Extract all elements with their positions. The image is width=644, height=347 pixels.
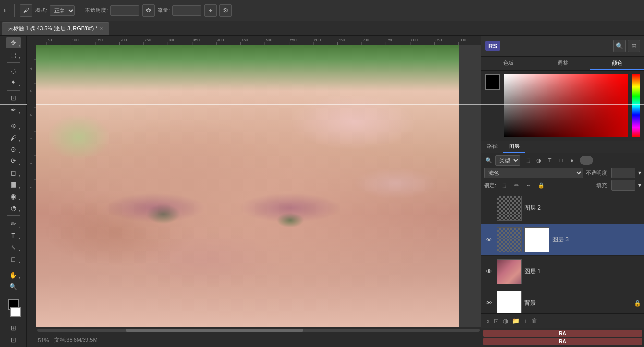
type-tool[interactable]: T▾ (6, 230, 21, 241)
lasso-tool[interactable]: ◌ (6, 65, 21, 76)
svg-text:700: 700 (363, 38, 369, 42)
window-expand-icon[interactable]: ⊞ (628, 40, 640, 52)
canvas-tab[interactable]: 未标题-1 @ 43.5% (图层 3, RGB/8#) * × (2, 22, 109, 35)
hand-tool[interactable]: ✋▾ (6, 270, 21, 280)
svg-text:900: 900 (460, 38, 466, 42)
heal-tool[interactable]: ⊕▾ (6, 120, 21, 131)
select-rect-tool[interactable]: ⬚▾ (6, 49, 21, 60)
layer-thumbnail (497, 227, 522, 252)
filter-toggle[interactable] (580, 156, 593, 165)
path-select-tool[interactable]: ↖▾ (6, 242, 21, 252)
layer-eye-toggle[interactable]: 👁 (484, 267, 494, 276)
screen-mode-tool[interactable]: ⊡ (6, 334, 21, 345)
eyedropper-tool[interactable]: ✒▾ (6, 105, 21, 115)
smoothing-icon[interactable]: ⌖ (204, 4, 217, 17)
tab-adjustments[interactable]: 调整 (535, 57, 590, 70)
svg-text:7: 7 (29, 137, 33, 140)
doc-size: 文档:38.6M/39.5M (54, 336, 97, 344)
layer-thumbnail (497, 291, 522, 314)
mode-select[interactable]: 正常 (50, 5, 75, 16)
svg-text:200: 200 (120, 38, 127, 42)
history-brush-tool[interactable]: ⟳▾ (6, 156, 21, 166)
add-mask-icon[interactable]: ⊡ (494, 317, 499, 324)
layer-item[interactable]: 👁 图层 3 (481, 224, 644, 256)
layer-opacity-input[interactable]: 41% (611, 168, 635, 178)
layers-bottom-icons: fx ⊡ ◑ 📁 + 🗑 (485, 317, 537, 324)
scrollbar-thumb[interactable] (126, 329, 303, 332)
right-panel: RS 🔍 ⊞ 色板 调整 颜色 路 (481, 36, 644, 347)
right-panel-header: RS 🔍 ⊞ (481, 36, 644, 57)
layer-pixel-icon[interactable]: ⬚ (523, 156, 533, 165)
layer-eye-toggle[interactable] (484, 203, 494, 213)
layers-list: 图层 2 👁 图层 3 👁 图层 1 👁 背景 (481, 192, 644, 313)
layer-item[interactable]: 图层 2 (481, 192, 644, 224)
lock-all-icon[interactable]: 🔒 (536, 180, 546, 190)
eraser-tool[interactable]: ◻▾ (6, 168, 21, 178)
layers-tab[interactable]: 图层 (503, 141, 525, 153)
layer-item[interactable]: 👁 图层 1 (481, 256, 644, 287)
layer-type-select[interactable]: 类型 (495, 155, 520, 166)
new-layer-icon[interactable]: + (523, 317, 527, 324)
toolbar-icon-brush[interactable]: 🖌 (20, 4, 32, 17)
fx-icon[interactable]: fx (485, 317, 490, 324)
layer-smart-icon[interactable]: ● (567, 156, 577, 165)
layer-shape-icon[interactable]: □ (556, 156, 566, 165)
background-color[interactable] (10, 307, 21, 317)
search-icon-btn[interactable]: 🔍 (613, 40, 626, 52)
settings-icon-2[interactable]: ⚙ (219, 4, 232, 17)
layer-name: 背景 (524, 299, 631, 307)
layer-eye-toggle[interactable]: 👁 (484, 235, 494, 245)
layer-text-icon[interactable]: T (545, 156, 555, 165)
folder-icon[interactable]: 📁 (512, 317, 520, 324)
foreground-color-swatch[interactable] (485, 74, 500, 90)
svg-text:800: 800 (411, 38, 418, 42)
svg-text:550: 550 (290, 38, 297, 42)
pen-tool[interactable]: ✏▾ (6, 218, 21, 229)
magic-wand-tool[interactable]: ✦▾ (6, 77, 21, 87)
airbrush-icon[interactable]: ✿ (142, 4, 155, 17)
blur-tool[interactable]: ◉▾ (6, 191, 21, 202)
scrollbar-track[interactable] (37, 329, 480, 332)
color-hue-strip[interactable] (632, 74, 640, 137)
color-gradient-picker[interactable] (504, 74, 628, 137)
lock-pos-icon[interactable]: ✏ (511, 180, 521, 190)
fill-input[interactable]: 100% (611, 180, 635, 191)
path-tab[interactable]: 路径 (481, 141, 503, 153)
ra-badges: RA RA (481, 328, 644, 347)
tab-color[interactable]: 颜色 (590, 57, 644, 70)
main-area: ✥▾ ⬚▾ ◌ ✦▾ ⊡ ✒▾ ⊕▾ 🖌▾ ⊙▾ ⟳▾ ◻▾ ▦▾ ◉▾ ◔▾ … (0, 36, 644, 347)
tab-close-btn[interactable]: × (100, 26, 103, 31)
move-tool[interactable]: ✥▾ (6, 37, 21, 48)
quick-mask-tool[interactable]: ⊞ (6, 323, 21, 333)
layer-name: 图层 2 (524, 204, 641, 212)
gradient-tool[interactable]: ▦▾ (6, 179, 21, 190)
dodge-tool[interactable]: ◔▾ (6, 203, 21, 213)
svg-text:750: 750 (387, 38, 393, 42)
clone-tool[interactable]: ⊙▾ (6, 144, 21, 155)
flow-input[interactable]: 100% (172, 5, 201, 16)
crop-tool[interactable]: ⊡ (6, 93, 21, 103)
blend-mode-select[interactable]: 滤色 (484, 168, 583, 178)
lock-artboard-icon[interactable]: ↔ (524, 180, 534, 190)
zoom-tool[interactable]: 🔍 (6, 281, 21, 292)
app-dimensions-text: It : (4, 8, 10, 13)
lock-pixel-icon[interactable]: ⬚ (499, 180, 509, 190)
adjustment-icon[interactable]: ◑ (503, 317, 508, 324)
delete-layer-icon[interactable]: 🗑 (531, 317, 537, 324)
scrollbar-horizontal[interactable] (36, 327, 481, 333)
opacity-input[interactable]: 100% (110, 5, 139, 16)
tool-divider-2 (7, 90, 20, 91)
layer-eye-toggle[interactable]: 👁 (484, 299, 494, 308)
layer-adjust-icon[interactable]: ◑ (534, 156, 544, 165)
layer-item[interactable]: 👁 背景 🔒 (481, 287, 644, 313)
toolbar-divider-1 (14, 4, 15, 17)
panel-tabs: 色板 调整 颜色 (481, 57, 644, 71)
shape-tool[interactable]: □▾ (6, 254, 21, 264)
toolbar-divider-2 (80, 4, 80, 17)
svg-text:350: 350 (193, 38, 200, 42)
layer-name: 图层 3 (552, 236, 641, 244)
flow-label: 流量: (158, 7, 170, 14)
brush-tool[interactable]: 🖌▾ (6, 132, 21, 143)
tab-color-swatch[interactable]: 色板 (481, 57, 535, 70)
status-bar: 43.51% 文档:38.6M/39.5M (27, 333, 481, 347)
